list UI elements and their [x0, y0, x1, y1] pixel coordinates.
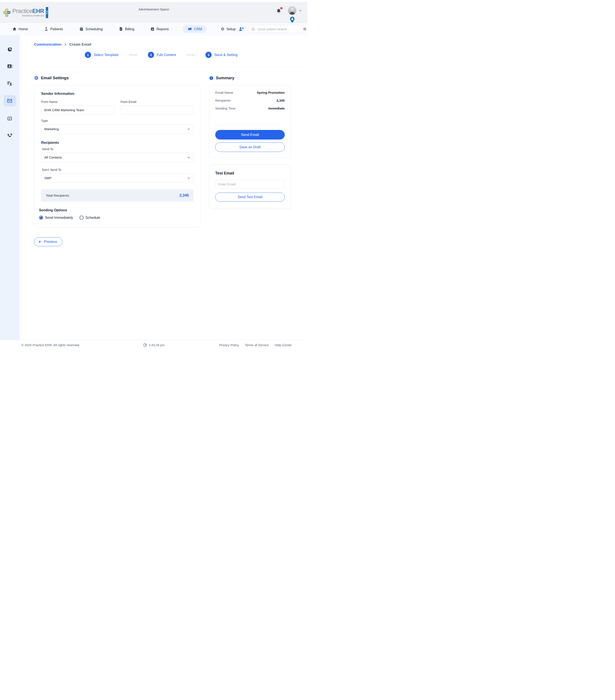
- breadcrumb-create-email: Create Email: [69, 42, 91, 47]
- sidebar-item-leads[interactable]: [3, 78, 16, 88]
- stepper: 1 Select Template 2 Edit Content 3 Send …: [34, 52, 288, 58]
- step-send-setting[interactable]: 3 Send & Setting: [206, 52, 237, 58]
- recipients-heading: Recipients: [41, 141, 194, 145]
- previous-button[interactable]: Previous: [34, 237, 62, 246]
- help-center-link[interactable]: Help Center: [275, 343, 292, 347]
- total-recipients-label: Total Recipients: [46, 193, 69, 198]
- nav-item-home[interactable]: Home: [10, 25, 30, 33]
- quick-search: [248, 25, 304, 33]
- copyright-text: © 2025 Practice EHR. All rights reserved…: [21, 343, 80, 347]
- breadcrumb-stepper-band: Communication Create Email 1 Select Temp…: [20, 35, 308, 67]
- total-recipients-row: Total Recipients 2,345: [41, 189, 194, 202]
- profile-chevron-down-icon[interactable]: [298, 9, 303, 12]
- total-recipients-value: 2,345: [180, 193, 189, 198]
- settings-gear-icon: ⚙: [34, 76, 39, 80]
- crm-sidebar: [0, 35, 20, 340]
- test-email-input[interactable]: [215, 180, 285, 189]
- chevron-down-icon: [187, 156, 190, 159]
- type-select[interactable]: Marketing: [41, 124, 194, 134]
- search-input[interactable]: [257, 27, 300, 31]
- header-band: PracticeEHR Simplifying Healthcare Pro A…: [0, 2, 308, 23]
- notification-bell-icon[interactable]: [276, 8, 282, 14]
- tasks-icon: [7, 116, 12, 121]
- summary-title: Summary: [209, 76, 291, 80]
- nav-item-scheduling[interactable]: Scheduling: [77, 25, 105, 33]
- breadcrumb-communication[interactable]: Communication: [34, 42, 61, 47]
- step-connector: [129, 54, 138, 55]
- dont-send-to-select[interactable]: SMP: [41, 173, 194, 183]
- nav-item-setup[interactable]: ⚙ Setup: [219, 25, 238, 33]
- nav-item-billing[interactable]: $ Billing: [117, 25, 136, 33]
- terms-of-service-link[interactable]: Terms of Service: [245, 343, 269, 347]
- receipt-icon: $: [119, 27, 123, 31]
- step-edit-content[interactable]: 2 Edit Content: [148, 52, 176, 58]
- nav-item-patients[interactable]: Patients: [42, 25, 65, 33]
- step-1-badge: 1: [85, 52, 91, 58]
- notification-badge: [280, 7, 283, 9]
- sidebar-item-communication[interactable]: [3, 95, 16, 107]
- footer-time: 1:43:26 pm: [143, 343, 164, 347]
- search-icon: [251, 27, 255, 31]
- step-select-template[interactable]: 1 Select Template: [85, 52, 119, 58]
- info-icon: [209, 76, 213, 80]
- sidebar-item-workflow[interactable]: [3, 130, 16, 140]
- patient-icon: [44, 27, 48, 31]
- send-to-select[interactable]: All Contacts: [41, 153, 194, 162]
- from-name-label: From Name: [41, 100, 114, 103]
- step-3-badge: 3: [206, 52, 212, 58]
- user-avatar[interactable]: [288, 6, 296, 15]
- footer: © 2025 Practice EHR. All rights reserved…: [0, 340, 308, 350]
- summary-row-recipients: Recipients 2,345: [215, 99, 285, 102]
- radio-send-immediately[interactable]: Send Immediately: [39, 215, 73, 220]
- send-email-button[interactable]: Send Email: [215, 130, 285, 139]
- step-2-badge: 2: [148, 52, 154, 58]
- megaphone-icon: [187, 27, 192, 31]
- summary-divider: [215, 125, 285, 125]
- main-nav: Home Patients Scheduling $ Billing Repor…: [0, 23, 308, 35]
- sidebar-item-dashboard[interactable]: [3, 45, 16, 54]
- save-as-draft-button[interactable]: Save as Draft: [215, 142, 285, 152]
- sidebar-item-tasks[interactable]: [3, 114, 16, 123]
- nav-item-reports[interactable]: Reports: [148, 25, 171, 33]
- test-email-card: Test Email Send Test Email: [209, 164, 291, 209]
- clock-icon: [143, 343, 147, 347]
- svg-text:$: $: [120, 28, 122, 30]
- dont-send-to-label: Don’t Send To: [41, 168, 194, 172]
- add-patient-icon[interactable]: [238, 26, 244, 32]
- gear-icon: ⚙: [221, 27, 225, 31]
- breadcrumb: Communication Create Email: [34, 42, 308, 47]
- calendar-icon: [79, 27, 84, 31]
- sidebar-item-contacts[interactable]: [3, 61, 16, 71]
- email-icon: [7, 98, 13, 104]
- logo-tagline: Simplifying Healthcare: [22, 14, 44, 17]
- summary-row-sending-time: Sending Time Immediate: [215, 107, 285, 110]
- email-settings-card: Sender Information From Name From Email …: [34, 85, 200, 227]
- privacy-policy-link[interactable]: Privacy Policy: [219, 343, 239, 347]
- from-email-field[interactable]: [121, 105, 194, 115]
- send-to-label: Send To: [41, 147, 194, 151]
- location-person-pin-icon[interactable]: [290, 16, 295, 23]
- nav-item-crm[interactable]: CRM: [183, 25, 207, 33]
- arrow-left-icon: [38, 240, 42, 244]
- email-settings-title: ⚙ Email Settings: [34, 76, 200, 80]
- test-email-heading: Test Email: [215, 171, 285, 176]
- home-icon: [12, 27, 17, 31]
- summary-card: Email Name Spring Promotion Recipients 2…: [209, 85, 291, 158]
- type-label: Type: [41, 119, 194, 123]
- advertisement-space: Advertisement Space: [0, 8, 308, 11]
- from-name-field[interactable]: [41, 105, 114, 115]
- breadcrumb-chevron-icon: [64, 43, 67, 46]
- leads-list-icon: [7, 80, 13, 86]
- sending-options-heading: Sending Options: [39, 208, 194, 212]
- step-connector: [186, 54, 195, 55]
- radio-icon: [79, 215, 84, 220]
- radio-icon: [39, 215, 43, 220]
- radio-schedule[interactable]: Schedule: [79, 215, 100, 220]
- send-test-email-button[interactable]: Send Test Email: [215, 192, 285, 201]
- top-white-strip: [0, 0, 308, 2]
- chevron-down-icon: [187, 127, 190, 131]
- workflow-icon: [7, 133, 13, 138]
- chevron-down-icon: [187, 176, 190, 180]
- filter-sliders-icon[interactable]: [303, 27, 307, 31]
- pie-chart-icon: [7, 47, 13, 52]
